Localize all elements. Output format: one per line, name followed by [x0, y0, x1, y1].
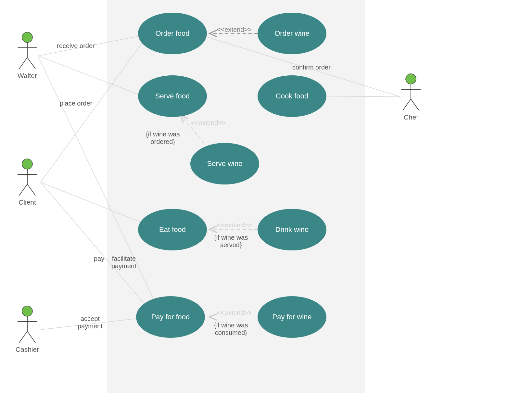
label-cond-serve: {if wine was ordered}: [146, 131, 180, 146]
usecase-label: Cook food: [276, 92, 308, 100]
usecase-label: Pay for food: [151, 313, 190, 321]
svg-line-8: [19, 184, 27, 196]
label-extend-4: <<extend>>: [217, 309, 252, 317]
actor-waiter: Waiter: [14, 32, 40, 80]
label-cond-pay: {if wine was consumed}: [214, 322, 248, 336]
svg-line-18: [403, 99, 411, 110]
label-facilitate-payment: facilitate payment: [111, 255, 136, 270]
label-extend-2: <<extend>>: [191, 119, 226, 127]
svg-line-14: [27, 331, 35, 343]
diagram-canvas: Waiter Client Cashier Chef: [0, 0, 532, 393]
usecase-pay-for-food: Pay for food: [136, 296, 205, 338]
usecase-order-wine: Order wine: [258, 13, 326, 54]
usecase-label: Order wine: [274, 29, 310, 38]
usecase-label: Order food: [155, 29, 189, 38]
label-confirm-order: confirm order: [292, 64, 331, 71]
svg-point-15: [406, 74, 416, 84]
usecase-serve-wine: Serve wine: [190, 143, 259, 184]
usecase-cook-food: Cook food: [258, 75, 326, 117]
actor-client-label: Client: [14, 198, 40, 206]
svg-line-4: [27, 57, 35, 69]
usecase-label: Serve wine: [207, 159, 243, 168]
svg-point-5: [22, 159, 32, 169]
svg-point-0: [22, 32, 32, 43]
actor-cashier-label: Cashier: [14, 346, 40, 353]
label-extend-3: <<extend>>: [217, 222, 252, 229]
svg-line-3: [19, 57, 27, 69]
usecase-serve-food: Serve food: [138, 75, 207, 117]
usecase-order-food: Order food: [138, 13, 207, 54]
label-pay: pay: [94, 255, 104, 262]
actor-client: Client: [14, 158, 40, 206]
usecase-label: Drink wine: [275, 225, 309, 234]
svg-line-13: [19, 331, 27, 343]
svg-line-19: [411, 99, 419, 110]
actor-chef-label: Chef: [398, 113, 424, 121]
label-accept-payment: accept payment: [78, 315, 103, 330]
label-extend-1: <<extend>>: [217, 26, 252, 33]
usecase-pay-for-wine: Pay for wine: [258, 296, 326, 338]
usecase-drink-wine: Drink wine: [258, 209, 326, 250]
actor-cashier: Cashier: [14, 305, 40, 353]
label-cond-eat: {if wine was served}: [214, 234, 248, 249]
usecase-eat-food: Eat food: [138, 209, 207, 250]
usecase-label: Pay for wine: [272, 313, 311, 321]
actor-waiter-label: Waiter: [14, 72, 40, 80]
label-receive-order: receive order: [57, 42, 95, 50]
label-place-order: place order: [60, 100, 92, 107]
usecase-label: Eat food: [159, 225, 186, 234]
svg-line-9: [27, 184, 35, 196]
usecase-label: Serve food: [155, 92, 190, 100]
actor-chef: Chef: [398, 73, 424, 121]
svg-point-10: [22, 306, 32, 316]
